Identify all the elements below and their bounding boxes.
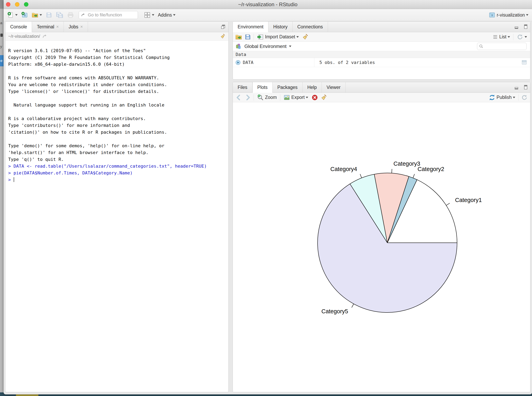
search-icon [479, 44, 484, 49]
print-button[interactable] [66, 11, 75, 19]
list-view-button[interactable]: List [492, 33, 511, 41]
minimize-pane-icon[interactable] [514, 85, 520, 90]
tab-environment[interactable]: Environment [233, 22, 269, 32]
working-directory-label: ~/r-visualization/ [8, 34, 40, 39]
close-tab-icon[interactable]: × [56, 24, 59, 29]
chevron-down-icon [306, 97, 308, 98]
maximize-pane-icon[interactable] [522, 24, 528, 29]
next-plot-icon[interactable] [244, 94, 251, 101]
pie-label-category5: Category5 [321, 308, 348, 314]
pie-label-category3: Category3 [393, 160, 420, 167]
print-icon [67, 12, 74, 18]
console-command-line: > DATA <- read.table("/Users/lsalazar/co… [8, 163, 228, 170]
tab-terminal[interactable]: Terminal× [32, 22, 64, 32]
import-dataset-button[interactable]: Import Dataset [256, 33, 300, 41]
plots-tabbar: FilesPlotsPackagesHelpViewer [233, 82, 530, 93]
save-icon [46, 12, 52, 18]
pie-label-category1: Category1 [455, 197, 482, 203]
console-working-dir-bar: ~/r-visualization/ [6, 32, 228, 41]
pane-layout-button[interactable] [143, 11, 155, 19]
load-workspace-icon[interactable] [235, 34, 242, 40]
remove-plot-icon[interactable] [311, 94, 318, 101]
refresh-environment-button[interactable] [516, 33, 528, 41]
export-image-icon [283, 94, 290, 101]
environment-toolbar: Import Dataset List [233, 32, 530, 42]
project-menu-button[interactable]: r-visualization [488, 11, 529, 19]
publish-button[interactable]: Publish [488, 93, 516, 102]
goto-file-input[interactable] [87, 12, 136, 18]
save-button[interactable] [45, 11, 53, 19]
tab-packages[interactable]: Packages [273, 82, 303, 93]
background-selected-item-fragment: e [0, 55, 4, 66]
new-project-icon [21, 12, 28, 18]
addins-button[interactable]: Addins [157, 12, 176, 19]
chevron-down-icon[interactable] [152, 14, 154, 16]
chevron-down-icon[interactable] [289, 46, 291, 47]
goto-directory-icon[interactable] [42, 34, 48, 39]
minimize-pane-icon[interactable] [514, 24, 520, 29]
environment-search-box[interactable] [477, 43, 526, 50]
chevron-down-icon [513, 97, 515, 98]
tab-jobs[interactable]: Jobs× [64, 22, 88, 32]
titlebar[interactable]: ~/r-visualization - RStudio [4, 0, 532, 9]
save-all-button[interactable] [55, 11, 64, 19]
console-body[interactable]: R version 3.6.1 (2019-07-05) -- "Action … [6, 41, 228, 383]
pie-label-leader [352, 304, 354, 308]
pie-label-leader [446, 203, 450, 205]
pie-chart: Category1Category2Category3Category4Cate… [233, 102, 530, 392]
close-tab-icon[interactable]: × [80, 24, 83, 29]
pie-label-category4: Category4 [330, 166, 357, 172]
tab-label: Packages [277, 85, 298, 90]
environment-object-list: DATA5 obs. of 2 variables [233, 58, 530, 67]
tab-label: Files [238, 85, 247, 90]
chevron-down-icon[interactable] [40, 14, 42, 16]
maximize-pane-icon[interactable] [220, 24, 226, 29]
tab-help[interactable]: Help [303, 82, 322, 93]
open-file-button[interactable] [31, 11, 43, 19]
clear-environment-icon[interactable] [302, 34, 309, 40]
background-window-sliver: a y e [0, 0, 4, 392]
environment-object-row[interactable]: DATA5 obs. of 2 variables [233, 58, 530, 67]
expand-object-icon[interactable] [235, 60, 241, 65]
refresh-plot-icon[interactable] [521, 94, 528, 101]
new-project-button[interactable] [20, 11, 29, 19]
chevron-down-icon[interactable] [15, 14, 18, 16]
new-file-button[interactable] [6, 11, 18, 19]
goto-file-box[interactable] [79, 11, 138, 19]
refresh-icon [517, 34, 523, 40]
console-tabbar: ConsoleTerminal×Jobs× [6, 22, 228, 32]
tab-viewer[interactable]: Viewer [322, 82, 345, 93]
tab-console[interactable]: Console [6, 22, 32, 32]
background-titlebar-fragment [0, 0, 4, 9]
chevron-down-icon [508, 36, 510, 38]
background-text-fragment: e [0, 58, 3, 63]
chevron-down-icon [526, 14, 528, 16]
clear-all-plots-icon[interactable] [321, 94, 327, 101]
environment-pane: EnvironmentHistoryConnections Import Dat… [233, 21, 530, 80]
tab-plots[interactable]: Plots [252, 82, 273, 93]
tab-connections[interactable]: Connections [292, 22, 328, 32]
previous-plot-icon[interactable] [235, 94, 242, 101]
main-toolbar: Addins r-visualization [4, 9, 532, 21]
tab-label: Environment [238, 24, 263, 29]
zoom-plot-button[interactable]: Zoom [256, 93, 278, 102]
plots-toolbar: Zoom Export Publish [233, 93, 530, 102]
goto-arrow-icon [81, 12, 86, 18]
tab-history[interactable]: History [269, 22, 292, 32]
tab-files[interactable]: Files [233, 82, 252, 93]
addins-label: Addins [158, 12, 172, 18]
background-text-fragment: y [0, 44, 2, 49]
environment-search-input[interactable] [485, 44, 525, 49]
console-command-line: > pie(DATA$Number.of.Times, DATA$Categor… [8, 170, 228, 176]
plot-area: Category1Category2Category3Category4Cate… [233, 102, 530, 392]
maximize-pane-icon[interactable] [522, 85, 528, 90]
view-data-icon[interactable] [521, 59, 527, 65]
pie-label-leader [360, 174, 362, 178]
export-plot-button[interactable]: Export [283, 93, 309, 102]
new-document-icon [7, 12, 14, 18]
tab-label: Viewer [327, 85, 340, 90]
window-title: ~/r-visualization - RStudio [4, 0, 532, 9]
clear-console-icon[interactable] [220, 34, 226, 39]
console-prompt-line[interactable]: > [8, 176, 228, 183]
save-workspace-icon[interactable] [244, 34, 251, 40]
